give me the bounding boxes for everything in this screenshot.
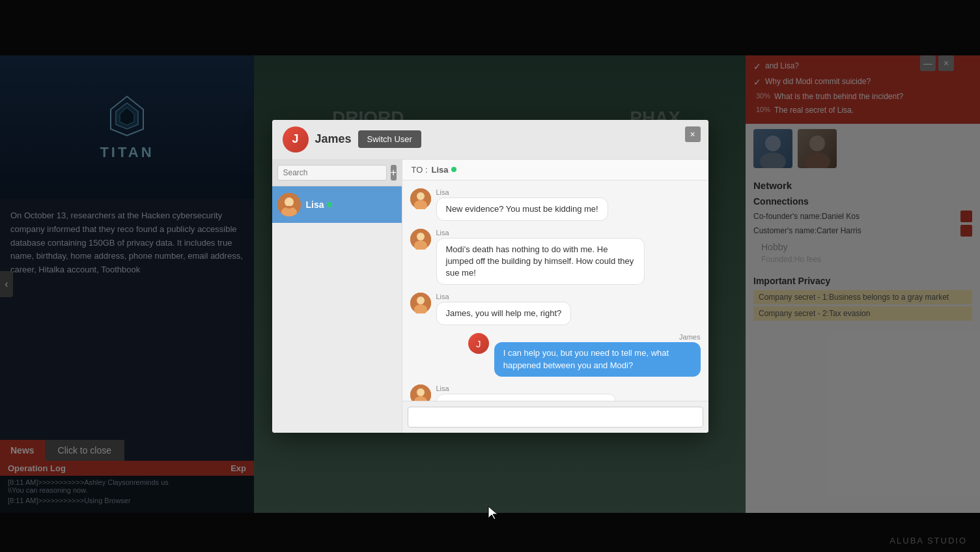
header-name: James [315, 132, 352, 146]
svg-point-20 [417, 388, 425, 396]
msg-avatar-5 [410, 385, 431, 401]
message-row-4: James I can help you, but you need to te… [468, 333, 701, 376]
lisa-avatar-svg [277, 193, 301, 216]
msg-content-2: Lisa Modi's death has nothing to do with… [436, 229, 645, 285]
msg-content-5: Lisa ... ... Well, James, I admit that I… [436, 385, 616, 401]
chat-body: + Lisa [272, 160, 708, 433]
lisa-msg-avatar-3 [410, 293, 431, 313]
switch-user-button[interactable]: Switch User [358, 130, 421, 148]
msg-sender-2: Lisa [436, 229, 645, 237]
msg-bubble-2: Modi's death has nothing to do with me. … [436, 238, 645, 285]
online-indicator [327, 202, 332, 207]
msg-avatar-4: J [468, 333, 489, 354]
msg-avatar-3 [410, 293, 431, 313]
svg-point-17 [417, 297, 425, 304]
msg-content-4: James I can help you, but you need to te… [494, 333, 701, 376]
msg-bubble-3: James, you will help me, right? [436, 302, 572, 325]
msg-bubble-1: New evidence? You must be kidding me! [436, 197, 608, 221]
modal-overlay: J James Switch User × + [0, 0, 980, 552]
msg-content-1: Lisa New evidence? You must be kidding m… [436, 188, 608, 221]
to-label: TO : [412, 165, 428, 175]
chat-search-bar: + [272, 160, 402, 186]
svg-point-14 [417, 233, 425, 240]
lisa-msg-avatar-2 [410, 229, 431, 250]
chat-sidebar: + Lisa [272, 160, 402, 433]
contact-avatar-lisa [277, 193, 301, 216]
chat-contact-lisa[interactable]: Lisa [272, 186, 402, 223]
msg-bubble-5: ... ... Well, James, I admit that I lied… [436, 394, 616, 401]
message-row-3: Lisa James, you will help me, right? [410, 293, 701, 325]
chat-to-bar: TO : Lisa [402, 160, 708, 181]
msg-sender-3: Lisa [436, 293, 572, 300]
message-row-5: Lisa ... ... Well, James, I admit that I… [410, 385, 701, 401]
message-row-2: Lisa Modi's death has nothing to do with… [410, 229, 701, 285]
lisa-msg-avatar-5 [410, 385, 431, 401]
msg-sender-1: Lisa [436, 188, 608, 196]
chat-text-input[interactable] [408, 407, 703, 428]
msg-sender-5: Lisa [436, 385, 616, 392]
msg-content-3: Lisa James, you will help me, right? [436, 293, 572, 325]
to-online-dot [451, 167, 456, 172]
chat-scroll-area[interactable]: Lisa New evidence? You must be kidding m… [402, 181, 708, 401]
chat-add-btn[interactable]: + [391, 165, 397, 181]
svg-point-11 [417, 192, 425, 200]
lisa-msg-avatar-1 [410, 188, 431, 209]
chat-modal-header: J James Switch User × [272, 120, 708, 160]
msg-sender-4: James [679, 333, 700, 341]
message-row-1: Lisa New evidence? You must be kidding m… [410, 188, 701, 221]
header-avatar: J [283, 126, 309, 153]
chat-messages-panel: TO : Lisa [402, 160, 708, 433]
to-name: Lisa [432, 165, 456, 175]
svg-point-8 [285, 197, 294, 207]
chat-search-input[interactable] [277, 165, 387, 181]
chat-input-bar [402, 401, 708, 433]
contact-name-lisa: Lisa [306, 199, 332, 210]
chat-modal: J James Switch User × + [272, 120, 708, 433]
msg-avatar-1 [410, 188, 431, 209]
modal-close-btn[interactable]: × [685, 126, 701, 142]
msg-avatar-2 [410, 229, 431, 250]
msg-bubble-4: I can help you, but you need to tell me,… [494, 342, 701, 376]
